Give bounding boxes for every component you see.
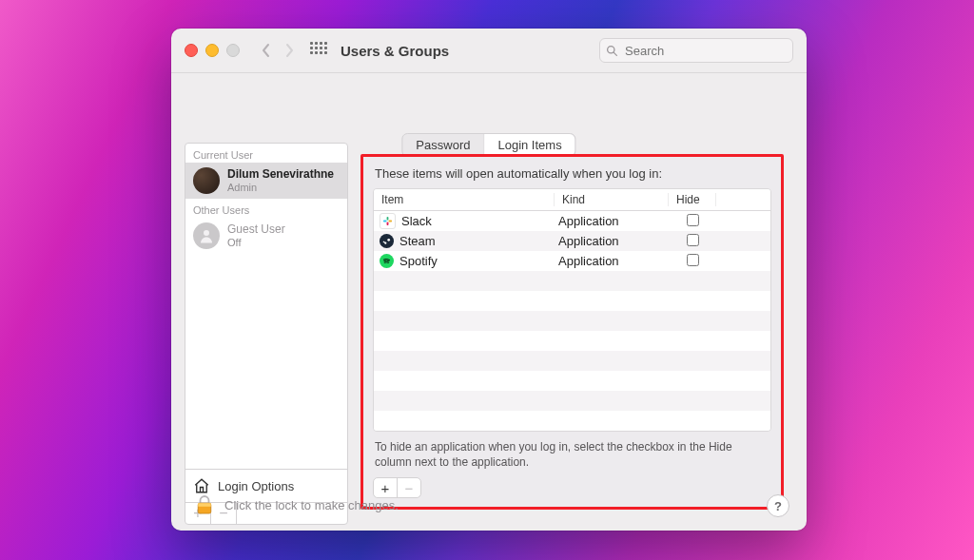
svg-rect-3 — [383, 221, 387, 222]
minimize-window-button[interactable] — [205, 44, 219, 57]
panel-hint: To hide an application when you log in, … — [375, 439, 769, 470]
hide-checkbox[interactable] — [687, 234, 699, 246]
svg-rect-6 — [387, 222, 389, 225]
back-button[interactable] — [257, 39, 276, 62]
current-user-role: Admin — [227, 182, 334, 194]
preferences-window: Users & Groups Password Login Items Curr… — [171, 29, 807, 531]
col-kind[interactable]: Kind — [555, 193, 669, 206]
steam-icon — [380, 234, 394, 248]
avatar — [193, 167, 220, 194]
item-name: Steam — [399, 234, 436, 248]
window-title: Users & Groups — [341, 43, 449, 59]
sidebar-section-current: Current User — [185, 144, 347, 163]
item-kind: Application — [555, 214, 669, 228]
svg-rect-4 — [388, 221, 392, 222]
nav-buttons — [257, 39, 299, 62]
tab-login-items[interactable]: Login Items — [483, 134, 575, 156]
spotify-icon — [380, 254, 394, 268]
show-all-icon[interactable] — [310, 42, 327, 59]
guest-user-role: Off — [227, 237, 285, 249]
svg-rect-5 — [387, 217, 389, 221]
item-kind: Application — [555, 234, 669, 248]
zoom-window-button[interactable] — [226, 44, 240, 57]
svg-point-2 — [204, 230, 209, 236]
tab-password[interactable]: Password — [402, 134, 483, 156]
home-icon — [193, 477, 210, 494]
item-name: Slack — [401, 214, 432, 228]
svg-line-1 — [614, 52, 616, 55]
svg-point-8 — [387, 239, 390, 241]
window-controls — [185, 44, 240, 57]
table-row[interactable]: SteamApplication — [374, 231, 770, 251]
search-icon — [606, 45, 618, 57]
sidebar-section-other: Other Users — [185, 199, 347, 218]
current-user-name: Dilum Senevirathne — [227, 168, 334, 182]
table-header: Item Kind Hide — [374, 189, 770, 211]
col-item[interactable]: Item — [374, 193, 555, 206]
help-button[interactable]: ? — [767, 494, 789, 517]
lock-text: Click the lock to make changes. — [224, 498, 399, 512]
login-options-label: Login Options — [218, 479, 294, 493]
svg-point-7 — [382, 237, 390, 244]
item-kind: Application — [555, 254, 669, 268]
remove-item-button[interactable]: − — [397, 478, 420, 497]
col-hide[interactable]: Hide — [669, 193, 716, 206]
search-input[interactable] — [623, 43, 787, 59]
sidebar-guest-user[interactable]: Guest User Off — [185, 218, 347, 254]
lock-row[interactable]: Click the lock to make changes. — [196, 494, 399, 515]
login-items-panel: These items will open automatically when… — [360, 154, 784, 510]
avatar — [193, 222, 220, 249]
table-row[interactable]: SpotifyApplication — [374, 251, 770, 271]
svg-rect-11 — [198, 503, 211, 507]
search-field[interactable] — [599, 38, 793, 63]
close-window-button[interactable] — [185, 44, 198, 57]
user-sidebar: Current User Dilum Senevirathne Admin Ot… — [185, 143, 348, 525]
lock-icon — [196, 494, 213, 515]
slack-icon — [380, 213, 396, 229]
guest-user-name: Guest User — [227, 223, 285, 237]
forward-button[interactable] — [280, 39, 299, 62]
item-name: Spotify — [399, 254, 438, 268]
login-items-table: Item Kind Hide SlackApplicationSteamAppl… — [373, 188, 771, 432]
sidebar-current-user[interactable]: Dilum Senevirathne Admin — [185, 163, 347, 199]
hide-checkbox[interactable] — [687, 214, 699, 226]
table-row[interactable]: SlackApplication — [374, 211, 770, 231]
titlebar: Users & Groups — [171, 29, 807, 73]
hide-checkbox[interactable] — [687, 254, 699, 266]
panel-heading: These items will open automatically when… — [375, 166, 771, 181]
